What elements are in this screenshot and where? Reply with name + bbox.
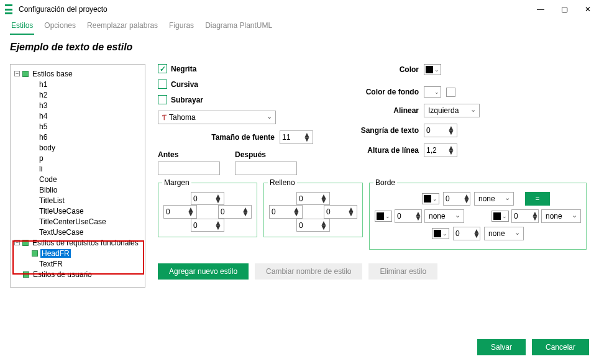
tree-item[interactable]: h4 [38,112,48,121]
border-right-style[interactable]: none [541,209,581,223]
folder-icon [22,240,29,246]
border-top-width[interactable]: ▲▼ [443,192,470,206]
bgcolor-picker[interactable]: ⌄ [424,86,441,98]
expander-icon[interactable]: − [14,71,20,76]
border-left-style[interactable]: none [424,209,464,223]
tree-item-headfr[interactable]: HeadFR [40,249,71,258]
minimize-button[interactable]: — [534,5,547,14]
margin-top[interactable]: ▲▼ [191,192,224,205]
underline-checkbox[interactable] [158,95,167,104]
delete-style-button[interactable]: Eliminar estilo [368,263,437,280]
before-input[interactable] [158,162,220,175]
tree-item[interactable]: h6 [38,133,48,142]
tab-estilos[interactable]: Estilos [10,19,34,35]
border-top-color[interactable]: ⌄ [422,193,439,204]
tree-item[interactable]: li [38,165,43,173]
tab-reemplazar[interactable]: Reemplazar palabras [86,19,159,35]
border-left-color[interactable]: ⌄ [375,211,392,222]
border-right-color[interactable]: ⌄ [492,211,509,222]
tree-item[interactable]: h3 [38,101,48,110]
tree-item[interactable]: TitleList [38,196,66,205]
window-title: Configuración del proyecto [19,5,534,14]
app-icon [5,4,15,14]
padding-group: Relleno ▲▼ ▲▼ ▲▼ ▲▼ [263,183,363,237]
tree-item[interactable]: TitleCenterUseCase [38,217,107,226]
bold-checkbox[interactable] [158,64,167,73]
expander-icon[interactable]: − [14,240,20,245]
tree-item[interactable]: TextFR [38,260,64,268]
rename-style-button[interactable]: Cambiar nombre de estilo [255,263,362,280]
indent-input[interactable]: ▲▼ [424,124,457,137]
style-tree[interactable]: −Estilos base h1 h2 h3 h4 h5 h6 body p l… [10,64,145,288]
tab-opciones[interactable]: Opciones [43,19,77,35]
tree-item[interactable]: h5 [38,122,48,131]
border-bottom-color[interactable]: ⌄ [432,228,449,239]
padding-left[interactable]: ▲▼ [269,205,303,219]
padding-bottom[interactable]: ▲▼ [296,219,330,232]
close-button[interactable]: ✕ [582,5,594,14]
maximize-button[interactable]: ▢ [558,5,570,14]
border-left-width[interactable]: ▲▼ [395,209,422,223]
padding-top[interactable]: ▲▼ [296,192,330,205]
border-bottom-style[interactable]: none [484,227,524,240]
color-picker[interactable]: ⌄ [424,64,441,75]
folder-icon [22,71,29,77]
italic-checkbox[interactable] [158,80,167,89]
tree-item[interactable]: h1 [38,80,48,89]
tree-item[interactable]: TitleUseCase [38,207,85,216]
border-top-style[interactable]: none [474,192,514,206]
margin-right[interactable]: ▲▼ [218,205,252,219]
border-group: Borde ⌄ ▲▼ none = ⌄ ▲▼ none ⌄ ▲▼ [369,183,587,250]
tab-figuras[interactable]: Figuras [168,19,195,35]
font-select[interactable]: ƬTahoma [158,111,276,124]
tree-item[interactable]: TextUseCase [38,228,85,237]
fontsize-input[interactable]: ▲▼ [280,130,313,144]
folder-icon [23,271,29,278]
tree-item[interactable]: body [38,143,57,152]
font-icon: Ƭ [162,114,167,122]
border-equal-button[interactable]: = [525,192,550,206]
add-style-button[interactable]: Agregar nuevo estilo [158,263,249,280]
bgcolor-enable[interactable] [446,88,455,97]
tree-item[interactable]: Code [38,175,58,184]
after-input[interactable] [235,162,297,175]
align-select[interactable]: Izquierda [424,104,480,117]
item-icon [32,250,38,257]
tab-plantuml[interactable]: Diagrama PlantUML [204,19,273,35]
style-example: Ejemplo de texto de estilo [0,35,599,57]
margin-bottom[interactable]: ▲▼ [191,219,224,232]
tree-item[interactable]: h2 [38,91,48,99]
border-right-width[interactable]: ▲▼ [511,209,539,223]
lineheight-input[interactable]: ▲▼ [424,143,457,157]
cancel-button[interactable]: Cancelar [532,339,589,355]
margin-group: Margen ▲▼ ▲▼ ▲▼ ▲▼ [158,183,257,237]
tabs: Estilos Opciones Reemplazar palabras Fig… [0,19,599,35]
tree-item[interactable]: Biblio [38,186,58,194]
tree-item[interactable]: p [38,154,45,163]
border-bottom-width[interactable]: ▲▼ [453,227,480,240]
margin-left[interactable]: ▲▼ [163,205,197,219]
save-button[interactable]: Salvar [477,339,526,355]
padding-right[interactable]: ▲▼ [324,205,357,219]
